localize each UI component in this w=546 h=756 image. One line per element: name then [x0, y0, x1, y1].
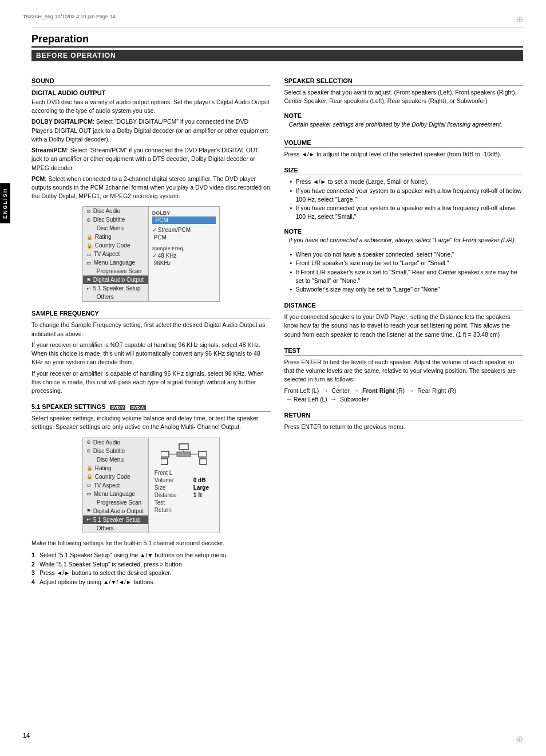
- step-4-num: 4: [31, 578, 35, 587]
- size-extra-bullet-4: Subwoofer's size may only be set to "Lar…: [290, 285, 524, 294]
- speaker-settings-p1: Select speaker settings, including volum…: [31, 414, 271, 431]
- test-section: TEST Press ENTER to test the levels of e…: [284, 347, 524, 404]
- step-4: 4 Adjust options by using ▲/▼/◄/► button…: [31, 578, 271, 587]
- size-bullet-3: If you have connected your system to a s…: [290, 204, 524, 221]
- volume-heading: VOLUME: [284, 139, 524, 148]
- pcm-label: PCM: [31, 175, 45, 182]
- stream-label: Stream/PCM: [31, 147, 67, 153]
- size-extra-bullet-1: When you do not have a speaker connected…: [290, 250, 524, 259]
- menu2-rating: 🔒 Rating: [83, 464, 148, 472]
- disc-subtitle-icon2: ⊙: [86, 448, 91, 454]
- note2-text: If you have not connected a subwoofer, a…: [284, 236, 524, 245]
- detail-row-size: Size Large: [155, 484, 213, 491]
- volume-label: Volume: [155, 477, 189, 483]
- digital-audio-p1: Each DVD disc has a variety of audio out…: [31, 98, 271, 115]
- note1-heading: NOTE: [284, 112, 524, 119]
- option-header-dolby: DOLBY: [152, 209, 216, 216]
- menu-item-disc-audio: ⊙ Disc Audio: [83, 207, 148, 215]
- menu-left-1: ⊙ Disc Audio ⊙ Disc Subtitle Disc Menu: [83, 207, 149, 301]
- menu2-menu-lang: ▭ Menu Language: [83, 490, 148, 498]
- note2-heading: NOTE: [284, 228, 524, 235]
- size-bullet-1: Press ◄/► to set a mode (Large, Small or…: [290, 178, 524, 186]
- step-2-num: 2: [31, 560, 35, 569]
- option-pcm-selected: PCM: [152, 216, 216, 224]
- rating-icon2: 🔒: [86, 465, 93, 471]
- digital-audio-icon: ⚑: [86, 277, 91, 283]
- svg-rect-1: [161, 451, 169, 457]
- footer-crosshair: ⊕: [516, 734, 523, 745]
- svg-rect-4: [161, 459, 168, 464]
- menu2-digital-audio: ⚑ Digital Audio Output: [83, 507, 148, 515]
- menu-right-2: Front L Volume 0 dB Size Large: [149, 438, 219, 533]
- volume-section: VOLUME Press ◄/► to adjust the output le…: [284, 139, 524, 159]
- menu-item-menu-language: ▭ Menu Language: [83, 258, 148, 267]
- dvd-v-badge: DVD-V: [110, 405, 126, 410]
- disc-audio-icon: ⊙: [86, 208, 91, 214]
- speaker-settings-section: 5.1 SPEAKER SETTINGS DVD-V DVD-A Select …: [31, 403, 271, 587]
- test-sequence: Front Left (L) → Center → Front Right (R…: [284, 387, 524, 404]
- built-in-text: Make the following settings for the buil…: [31, 539, 271, 548]
- sample-freq-p3: If your receiver or amplifier is capable…: [31, 369, 271, 396]
- distance-p1: If you connected speakers to your DVD Pl…: [284, 313, 524, 339]
- distance-value: 1 ft: [193, 492, 202, 498]
- dvd-a-badge: DVD-A: [130, 405, 146, 410]
- speaker-layout-svg: [161, 443, 207, 466]
- step-3: 3 Press ◄/► buttons to select the desire…: [31, 569, 271, 578]
- return-heading: RETURN: [284, 412, 524, 420]
- pcm-text: : Select when connected to a 2-channel d…: [31, 175, 270, 199]
- return-label: Return: [155, 507, 189, 513]
- speaker-selection-section: SPEAKER SELECTION Select a speaker that …: [284, 77, 524, 105]
- menu-item-others: Others: [83, 293, 148, 301]
- header-meta: T533AH_eng 10/10/03 4:10 pm Page 14 ⊕: [0, 11, 546, 27]
- detail-row-return: Return: [155, 506, 213, 514]
- tv-icon2: ▭: [86, 482, 92, 488]
- menu-item-disc-subtitle: ⊙ Disc Subtitle: [83, 215, 148, 224]
- sound-section: SOUND DIGITAL AUDIO OUTPUT Each DVD disc…: [31, 77, 271, 302]
- size-bullet-2: If you have connected your system to a s…: [290, 187, 524, 204]
- option-stream-pcm: Stream/PCM: [152, 226, 216, 234]
- detail-row-frontl: Front L: [155, 469, 213, 477]
- menu-item-rating: 🔒 Rating: [83, 233, 148, 241]
- menu2-country: 🔒 Country Code: [83, 472, 148, 481]
- rating-icon: 🔒: [86, 234, 93, 240]
- return-section: RETURN Press ENTER to return to the prev…: [284, 412, 524, 431]
- menu2-disc-menu: Disc Menu: [83, 455, 148, 464]
- detail-row-volume: Volume 0 dB: [155, 477, 213, 484]
- country-code-icon: 🔒: [86, 243, 93, 249]
- menu-lang-icon: ▭: [86, 260, 92, 266]
- speaker-icon2: ↩: [86, 517, 91, 522]
- option-96khz: 96KHz: [152, 259, 216, 267]
- size-extra-bullet-2: Front L/R speaker's size may be set to "…: [290, 259, 524, 267]
- disc-subtitle-icon: ⊙: [86, 217, 91, 223]
- step-list: 1 Select "5.1 Speaker Setup" using the ▲…: [31, 551, 271, 587]
- distance-section: DISTANCE If you connected speakers to yo…: [284, 302, 524, 339]
- speaker-icon: ↩: [86, 286, 91, 292]
- size-extra-bullets: When you do not have a speaker connected…: [284, 250, 524, 294]
- note-box-2: NOTE If you have not connected a subwoof…: [284, 226, 524, 247]
- speaker-selection-heading: SPEAKER SELECTION: [284, 77, 524, 86]
- page-number: 14: [23, 732, 30, 739]
- speaker-detail-table: Front L Volume 0 dB Size Large: [152, 468, 216, 515]
- menu-box-1: ⊙ Disc Audio ⊙ Disc Subtitle Disc Menu: [82, 206, 220, 302]
- return-p1: Press ENTER to return to the previous me…: [284, 423, 524, 431]
- menu-item-5-1-speaker: ↩ 5.1 Speaker Setup: [83, 284, 148, 293]
- sound-heading: SOUND: [31, 77, 271, 86]
- size-bullets: Press ◄/► to set a mode (Large, Small or…: [284, 178, 524, 221]
- menu-box-2: ⊙ Disc Audio ⊙ Disc Subtitle Disc Menu: [82, 438, 220, 533]
- detail-row-test: Test: [155, 499, 213, 506]
- speaker-diagram: [152, 443, 216, 466]
- test-heading: TEST: [284, 347, 524, 356]
- two-col-layout: SOUND DIGITAL AUDIO OUTPUT Each DVD disc…: [31, 69, 523, 592]
- disc-audio-icon2: ⊙: [86, 439, 91, 445]
- step-3-text: Press ◄/► buttons to select the desired …: [39, 569, 171, 576]
- option-48khz: 48 KHz: [152, 252, 216, 259]
- size-extra-bullet-3: If Front L/R speaker's size is set to "S…: [290, 268, 524, 285]
- menu-right-1: DOLBY PCM Stream/PCM PCM Sample Freq. 48…: [149, 207, 219, 301]
- tv-aspect-icon: ▭: [86, 251, 92, 257]
- menu2-progressive: Progressive Scan: [83, 498, 148, 507]
- size-label: Size: [155, 485, 189, 491]
- step-2-text: While "5.1 Speaker Setup" is selected, p…: [39, 561, 184, 568]
- dolby-label: DOLBY DIGITAL/PCM: [31, 118, 93, 125]
- note-box-1: NOTE Certain speaker settings are prohib…: [284, 110, 524, 131]
- country-icon2: 🔒: [86, 474, 93, 479]
